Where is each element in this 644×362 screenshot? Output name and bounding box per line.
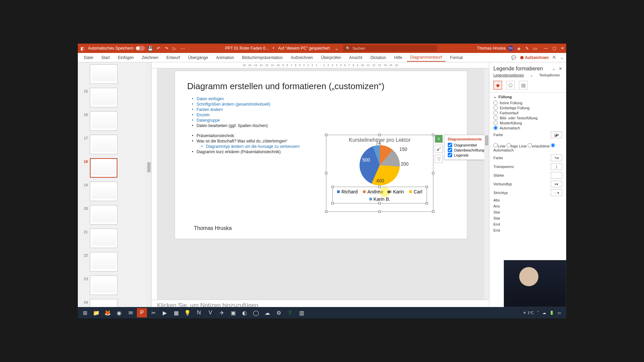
share-icon[interactable]: ⇱: [553, 55, 556, 60]
weather-widget[interactable]: ☀ 1°C: [523, 311, 534, 315]
app-icon-1[interactable]: ▦: [171, 308, 181, 317]
checkbox-diagrammtitel[interactable]: [448, 143, 452, 147]
fill-opt-auto[interactable]: Automatisch: [493, 125, 562, 130]
fill-opt-pattern[interactable]: Musterfüllung: [493, 120, 562, 125]
tab-ueberpruefen[interactable]: Überprüfen: [318, 54, 344, 61]
more-icon[interactable]: ⋯: [180, 46, 185, 51]
ribbon-chevron-icon[interactable]: ⌄: [560, 55, 564, 60]
user-account[interactable]: Thomas Hruska TH: [477, 45, 514, 51]
app-icon-5[interactable]: ◯: [251, 308, 261, 317]
tray-chevron-icon[interactable]: ˄: [537, 311, 539, 315]
thumbnail-17[interactable]: [90, 135, 117, 154]
pie-chart[interactable]: Kursteilnehmer pro Lektor 74 150 200 400…: [326, 135, 433, 212]
minimize-button[interactable]: —: [544, 46, 548, 51]
transparency-input[interactable]: |: [551, 163, 562, 170]
checkbox-legende[interactable]: [448, 153, 452, 157]
saved-location-label[interactable]: Auf "diesem PC" gespeichert: [278, 46, 330, 51]
powerpoint-taskbar-icon[interactable]: P: [137, 308, 147, 317]
thumbnail-22[interactable]: [90, 252, 117, 272]
tab-ansicht[interactable]: Ansicht: [346, 54, 366, 61]
width-input[interactable]: [551, 172, 562, 179]
outlook-icon[interactable]: ✉: [125, 308, 136, 317]
record-button[interactable]: Aufzeichnen: [520, 55, 549, 60]
compound-picker[interactable]: ≡▾: [551, 181, 562, 187]
thumbnail-19[interactable]: [90, 182, 117, 201]
tab-legend-options[interactable]: Legendenoptionen: [493, 73, 524, 77]
dash-picker[interactable]: ⋯▾: [551, 189, 562, 196]
checkbox-datenbeschriftungen[interactable]: [448, 148, 452, 152]
fill-color-picker[interactable]: ◪▾: [551, 131, 562, 138]
tab-text-options[interactable]: Textoptionen: [539, 73, 560, 77]
popover-item-title[interactable]: Diagrammtitel: [448, 142, 484, 147]
thumbnails-scrollbar[interactable]: [147, 62, 151, 312]
line-color-picker[interactable]: ✎▾: [551, 155, 562, 161]
tab-diagrammentwurf[interactable]: Diagrammentwurf: [407, 54, 445, 62]
line-opt-2[interactable]: erlaufslinie: [528, 144, 550, 148]
pen-icon[interactable]: ✎: [524, 46, 530, 51]
from-beginning-icon[interactable]: ▷: [172, 46, 177, 51]
start-button[interactable]: ⊞: [80, 308, 90, 317]
bullet-1[interactable]: Daten einfügen: [197, 96, 455, 102]
tab-entwurf[interactable]: Entwurf: [163, 54, 183, 61]
tab-start[interactable]: Start: [98, 54, 113, 61]
bullet-3[interactable]: Farben ändern: [197, 107, 455, 112]
undo-icon[interactable]: ↶: [156, 46, 161, 51]
pane-close-icon[interactable]: ✕: [559, 66, 562, 71]
vlc-icon[interactable]: ▶: [160, 308, 170, 317]
close-button[interactable]: ✕: [561, 46, 564, 51]
onenote-icon[interactable]: N: [194, 308, 204, 317]
slide-title[interactable]: Diagramm erstellen und formatieren („cus…: [187, 81, 455, 92]
popover-item-datalabels[interactable]: Datenbeschriftungen: [448, 147, 484, 153]
telegram-icon[interactable]: ✈: [217, 308, 227, 317]
effects-icon[interactable]: ⬠: [506, 81, 515, 89]
popover-item-legend[interactable]: Legende: [448, 153, 484, 158]
pane-chevron-icon[interactable]: ⌄: [552, 66, 555, 71]
chevron-down-icon[interactable]: ⌄: [334, 46, 339, 51]
line-opt-0[interactable]: Linie: [493, 144, 505, 148]
fill-opt-picture[interactable]: Bild- oder Texturfüllung: [493, 115, 562, 120]
toggle-switch[interactable]: [136, 46, 145, 51]
tray-action-icon[interactable]: ▭: [557, 311, 561, 315]
search-box[interactable]: 🔍 Suchen: [343, 45, 437, 52]
slide[interactable]: Diagramm erstellen und formatieren („cus…: [175, 71, 467, 239]
app-icon-2[interactable]: 💡: [182, 308, 193, 317]
autosave-toggle[interactable]: Automatisches Speichern: [88, 46, 145, 51]
thumbnail-15[interactable]: [90, 88, 117, 107]
line-opt-1[interactable]: bige Linie: [506, 144, 527, 148]
pie-graphic[interactable]: 74 150 200 400 500: [360, 145, 400, 185]
excel-icon[interactable]: X: [285, 308, 295, 317]
save-icon[interactable]: 💾: [148, 46, 153, 51]
app-icon-7[interactable]: ▥: [297, 308, 307, 317]
app-icon-3[interactable]: ▣: [228, 308, 238, 317]
bullet-3b[interactable]: Datengruppe: [197, 118, 455, 123]
bullet-3a[interactable]: Einzeln: [197, 112, 455, 118]
thumbnail-23[interactable]: [90, 276, 117, 295]
fill-opt-gradient[interactable]: Farbverlauf: [493, 110, 562, 115]
chrome-icon[interactable]: ◉: [114, 308, 124, 317]
snip-icon[interactable]: ✂: [148, 308, 158, 317]
slide-author[interactable]: Thomas Hruska: [194, 225, 232, 231]
tab-hilfe[interactable]: Hilfe: [391, 54, 406, 61]
chart-filters-button[interactable]: ▽: [435, 155, 443, 163]
fill-opt-solid[interactable]: Einfarbige Füllung: [493, 105, 562, 110]
app-icon-6[interactable]: ☁: [262, 308, 272, 317]
tab-einfuegen[interactable]: Einfügen: [114, 54, 137, 61]
thumbnail-14[interactable]: [90, 64, 117, 84]
chevron-down-icon[interactable]: ⌄: [493, 95, 496, 99]
settings-icon[interactable]: ⚙: [274, 308, 284, 317]
filename-label[interactable]: PPT 01 Roter Faden 0...: [225, 46, 269, 51]
thumbnail-21[interactable]: [90, 229, 117, 248]
thumbnail-20[interactable]: [90, 205, 117, 225]
tab-format[interactable]: Format: [447, 54, 466, 61]
chart-elements-button[interactable]: +: [435, 135, 443, 143]
app-v-icon[interactable]: V: [205, 308, 215, 317]
thumbnail-16[interactable]: [90, 111, 117, 131]
slide-canvas[interactable]: Diagramm erstellen und formatieren („cus…: [158, 68, 484, 300]
tray-cloud-icon[interactable]: ☁: [542, 311, 546, 315]
diamond-icon[interactable]: ◈: [516, 46, 522, 51]
tab-bildschirm[interactable]: Bildschirmpräsentation: [239, 54, 286, 61]
tab-datei[interactable]: Datei: [80, 54, 97, 61]
chart-elements-popover[interactable]: Diagrammelemente Diagrammtitel Datenbesc…: [444, 135, 484, 160]
tab-uebergaenge[interactable]: Übergänge: [185, 54, 211, 61]
tab-zeichnen[interactable]: Zeichnen: [139, 54, 162, 61]
